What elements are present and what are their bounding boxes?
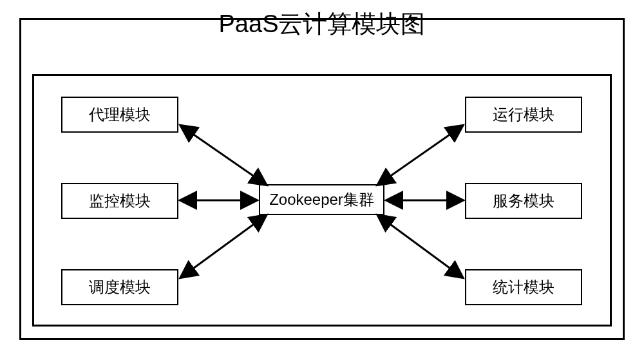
center-node: Zookeeper集群 — [259, 184, 384, 215]
diagram-title: PaaS云计算模块图 — [219, 8, 426, 41]
module-mid-left: 监控模块 — [61, 183, 178, 219]
module-bot-right: 统计模块 — [465, 269, 582, 305]
module-label: 统计模块 — [493, 277, 554, 298]
module-mid-right: 服务模块 — [465, 183, 582, 219]
module-bot-left: 调度模块 — [61, 269, 178, 305]
module-label: 代理模块 — [89, 104, 151, 125]
center-node-label: Zookeeper集群 — [269, 189, 374, 210]
module-label: 调度模块 — [89, 277, 151, 298]
module-top-right: 运行模块 — [465, 97, 582, 133]
module-label: 运行模块 — [493, 104, 554, 125]
module-top-left: 代理模块 — [61, 97, 178, 133]
module-label: 监控模块 — [89, 191, 151, 211]
module-label: 服务模块 — [493, 191, 554, 211]
